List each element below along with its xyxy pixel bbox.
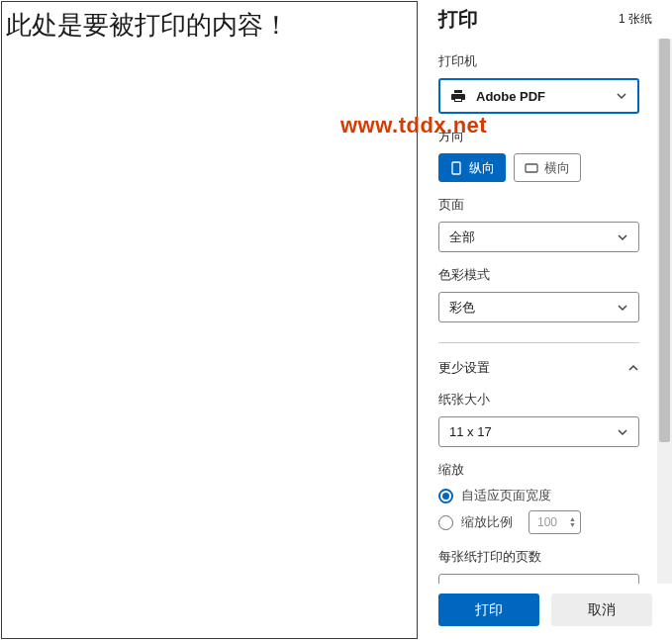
dialog-title: 打印	[438, 6, 478, 33]
orientation-portrait[interactable]: 纵向	[438, 153, 506, 182]
scale-input[interactable]	[537, 515, 567, 529]
watermark-text: www.tddx.net	[340, 113, 487, 138]
paper-size-value: 11 x 17	[449, 424, 492, 439]
scrollbar-track[interactable]	[657, 39, 672, 584]
svg-rect-0	[452, 162, 460, 174]
pages-label: 页面	[438, 196, 639, 214]
scale-label: 缩放	[438, 461, 639, 479]
spinner-down[interactable]: ▼	[569, 522, 576, 528]
radio-fit-width[interactable]	[438, 489, 453, 503]
less-settings-toggle[interactable]: 更少设置	[438, 359, 639, 377]
color-mode-field: 色彩模式 彩色	[438, 266, 639, 322]
chevron-down-icon	[617, 426, 628, 438]
less-settings-label: 更少设置	[438, 359, 490, 377]
panel-header: 打印 1 张纸	[419, 0, 672, 39]
print-button[interactable]: 打印	[438, 594, 539, 626]
printer-icon	[450, 88, 466, 104]
color-mode-select[interactable]: 彩色	[438, 292, 639, 322]
spinner-controls: ▲ ▼	[569, 516, 576, 528]
paper-size-select[interactable]: 11 x 17	[438, 416, 639, 447]
color-mode-value: 彩色	[449, 299, 475, 317]
printer-value: Adobe PDF	[476, 89, 545, 104]
pages-field: 页面 全部	[438, 196, 639, 252]
color-mode-label: 色彩模式	[438, 266, 639, 284]
chevron-down-icon	[617, 231, 628, 243]
orientation-toggle-group: 纵向 横向	[438, 153, 639, 182]
print-dialog: 此处是要被打印的内容！ www.tddx.net 打印 1 张纸 打印机 Ado…	[0, 0, 672, 640]
chevron-down-icon	[616, 90, 627, 102]
custom-scale-label: 缩放比例	[461, 513, 513, 531]
pages-per-sheet-field: 每张纸打印的页数 1	[438, 548, 639, 584]
sheet-count: 1 张纸	[619, 11, 652, 28]
pages-select[interactable]: 全部	[438, 222, 639, 252]
paper-size-label: 纸张大小	[438, 391, 639, 409]
printer-field: 打印机 Adobe PDF	[438, 52, 639, 114]
landscape-label: 横向	[544, 159, 570, 177]
svg-rect-1	[526, 164, 537, 172]
portrait-icon	[449, 161, 463, 175]
pages-value: 全部	[449, 229, 475, 246]
pages-per-sheet-label: 每张纸打印的页数	[438, 548, 639, 566]
scale-custom-row[interactable]: 缩放比例 ▲ ▼	[438, 510, 639, 534]
settings-panel: 打印 1 张纸 打印机 Adobe PDF	[419, 0, 672, 640]
scale-field: 缩放 自适应页面宽度 缩放比例 ▲ ▼	[438, 461, 639, 534]
scale-spinner[interactable]: ▲ ▼	[528, 510, 581, 534]
dialog-footer: 打印 取消	[419, 584, 672, 640]
orientation-landscape[interactable]: 横向	[514, 153, 581, 182]
printer-select[interactable]: Adobe PDF	[438, 78, 639, 114]
fit-width-label: 自适应页面宽度	[461, 487, 551, 504]
paper-size-field: 纸张大小 11 x 17	[438, 391, 639, 447]
scale-fit-row[interactable]: 自适应页面宽度	[438, 487, 639, 504]
landscape-icon	[525, 161, 538, 175]
scrollbar[interactable]	[657, 39, 672, 584]
chevron-up-icon	[627, 362, 639, 374]
radio-custom-scale[interactable]	[438, 515, 453, 530]
preview-content: 此处是要被打印的内容！	[6, 8, 413, 43]
print-preview: 此处是要被打印的内容！	[1, 1, 418, 639]
chevron-down-icon	[617, 302, 628, 314]
pages-per-sheet-select[interactable]: 1	[438, 574, 639, 584]
scrollbar-thumb[interactable]	[659, 39, 670, 442]
portrait-label: 纵向	[469, 159, 495, 177]
chevron-down-icon	[617, 584, 628, 585]
pages-per-sheet-value: 1	[449, 582, 456, 584]
cancel-button[interactable]: 取消	[551, 594, 652, 626]
printer-label: 打印机	[438, 52, 639, 70]
divider	[438, 342, 639, 343]
